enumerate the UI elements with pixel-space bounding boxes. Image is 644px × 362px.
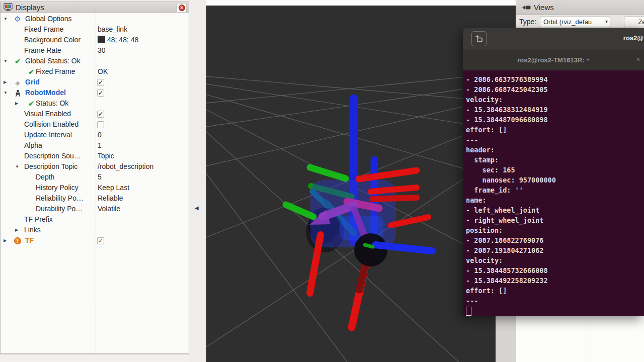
tree-row-status-ok[interactable]: ▶✔Status: Ok [1,99,189,109]
property-label: Alpha [24,141,42,149]
check-ok-icon: ✔ [13,57,22,66]
property-value[interactable]: 0 [98,131,102,139]
checkbox-unchecked[interactable] [97,121,104,128]
checkbox-checked[interactable]: ✓ [97,237,104,244]
tree-row-tf[interactable]: ▶!TF✓ [1,236,189,246]
terminal-line: effort: [] [466,125,644,135]
terminal-line: frame_id: '' [466,185,644,195]
zero-button[interactable]: Ze [624,17,644,27]
tab-close-icon[interactable]: ✕ [636,56,640,63]
tree-row-global-options[interactable]: ▼⚙Global Options [1,14,189,25]
terminal-tabbar[interactable]: ros2@ros2-TM1613R: ~ ✕ [463,50,644,71]
terminal-line: - 2087.191804271062 [466,245,644,255]
checkbox-checked[interactable]: ✓ [97,111,104,118]
collapse-arrow-icon[interactable]: ▶ [4,238,7,243]
property-value[interactable]: Topic [98,152,114,160]
tree-row-frame-rate[interactable]: Frame Rate30 [1,46,189,56]
expand-arrow-icon[interactable]: ▼ [4,90,8,95]
tree-row-description-sou[interactable]: Description Sou…Topic [1,151,189,162]
tree-row-fixed-frame[interactable]: ✔Fixed FrameOK [1,67,189,77]
property-value[interactable]: Volatile [98,205,120,213]
tree-row-links[interactable]: ▶Links [1,225,189,236]
property-label: Fixed Frame [24,25,64,33]
displays-bottom-toolbar-strip [0,354,206,362]
property-label: Reliability Po… [36,194,84,202]
terminal-output[interactable]: - 2086.6637576389994- 2086.6687425042305… [463,70,644,316]
property-label: Description Topic [24,162,77,170]
view-type-value: Orbit (rviz_defau [543,18,592,26]
views-titlebar[interactable]: Views [516,0,644,15]
property-value[interactable]: Keep Last [98,184,129,192]
property-label: Status: Ok [36,99,68,107]
grid-display-icon: ◈ [13,78,22,87]
new-tab-button[interactable] [471,31,487,46]
property-label: TF Prefix [24,215,53,223]
tree-row-grid[interactable]: ▶◈Grid✓ [1,77,189,88]
terminal-line: - right_wheel_joint [466,215,644,225]
check-ok-icon: ✔ [27,67,36,76]
tree-row-tf-prefix[interactable]: TF Prefix [1,215,189,225]
tree-row-alpha[interactable]: Alpha1 [1,141,189,151]
warning-icon: ! [13,236,22,245]
terminal-tab-title: ros2@ros2-TM1613R: ~ [517,56,590,64]
checkbox-checked[interactable]: ✓ [97,89,104,97]
property-label: Depth [36,173,54,181]
property-label: Collision Enabled [24,120,78,128]
collapse-arrow-icon[interactable]: ▶ [4,80,7,84]
rviz-window: Displays ✕ ▼⚙Global OptionsFixed Frameba… [0,0,644,362]
tree-row-depth[interactable]: Depth5 [1,172,189,183]
property-value[interactable]: OK [98,67,108,75]
expand-arrow-icon[interactable]: ▼ [4,59,8,63]
property-value[interactable]: 48; 48; 48 [98,36,138,44]
collapse-left-icon[interactable]: ◀ [195,205,199,211]
property-value[interactable]: Reliable [98,194,123,202]
tf-y-axis-2 [286,205,313,217]
property-label: Grid [25,78,40,86]
terminal-line: --- [466,296,644,306]
property-value[interactable]: /robot_description [98,162,153,170]
terminal-window: ros2@ ros2@ros2-TM1613R: ~ ✕ - 2086.6637… [463,28,644,316]
displays-titlebar[interactable]: Displays ✕ [0,2,189,13]
tf-y-axis-1 [310,167,346,178]
right-splitter-strip[interactable] [496,316,516,362]
tree-row-reliability-po[interactable]: Reliability Po…Reliable [1,194,189,204]
view-type-dropdown[interactable]: Orbit (rviz_defau ▾ [540,17,610,27]
collapse-arrow-icon[interactable]: ▶ [15,101,18,106]
tree-row-collision-enabled[interactable]: Collision Enabled [1,120,189,130]
chevron-down-icon: ▾ [605,19,608,24]
check-ok-icon: ✔ [27,99,36,108]
views-panel-title: Views [534,3,554,12]
tree-row-visual-enabled[interactable]: Visual Enabled✓ [1,109,189,120]
displays-close-button[interactable]: ✕ [177,3,187,13]
tree-row-history-policy[interactable]: History PolicyKeep Last [1,183,189,194]
terminal-headerbar[interactable]: ros2@ [463,28,644,50]
terminal-cursor [466,307,471,316]
displays-tree: ▼⚙Global OptionsFixed Framebase_linkBack… [0,13,189,354]
new-tab-icon [475,35,483,43]
panel-splitter[interactable]: ◀ [190,0,206,362]
collapse-arrow-icon[interactable]: ▶ [15,228,18,232]
tree-row-background-color[interactable]: Background Color48; 48; 48 [1,35,189,46]
tf-x-axis-4 [391,217,428,225]
tree-row-global-status-ok[interactable]: ▼✔Global Status: Ok [1,56,189,67]
gear-icon: ⚙ [13,15,22,24]
property-label: Update Interval [24,131,72,139]
tf-x-axis-2 [371,188,417,192]
tree-row-update-interval[interactable]: Update Interval0 [1,130,189,141]
expand-arrow-icon[interactable]: ▼ [15,164,19,169]
checkbox-checked[interactable]: ✓ [97,79,104,86]
tree-row-durability-po[interactable]: Durability Po…Volatile [1,204,189,215]
property-value[interactable]: 5 [98,173,102,181]
property-value[interactable]: 1 [98,141,102,149]
tf-x-axis-3 [372,198,417,199]
property-value[interactable]: 30 [98,46,106,54]
property-value[interactable]: base_link [98,25,127,33]
property-label: Description Sou… [24,152,81,160]
tree-row-fixed-frame[interactable]: Fixed Framebase_link [1,25,189,35]
terminal-line: velocity: [466,95,644,105]
tree-row-robotmodel[interactable]: ▼RobotModel✓ [1,88,189,99]
terminal-line: - 15.384487096680898 [466,115,644,125]
terminal-line: header: [466,145,644,155]
expand-arrow-icon[interactable]: ▼ [4,17,8,21]
tree-row-description-topic[interactable]: ▼Description Topic/robot_description [1,162,189,172]
